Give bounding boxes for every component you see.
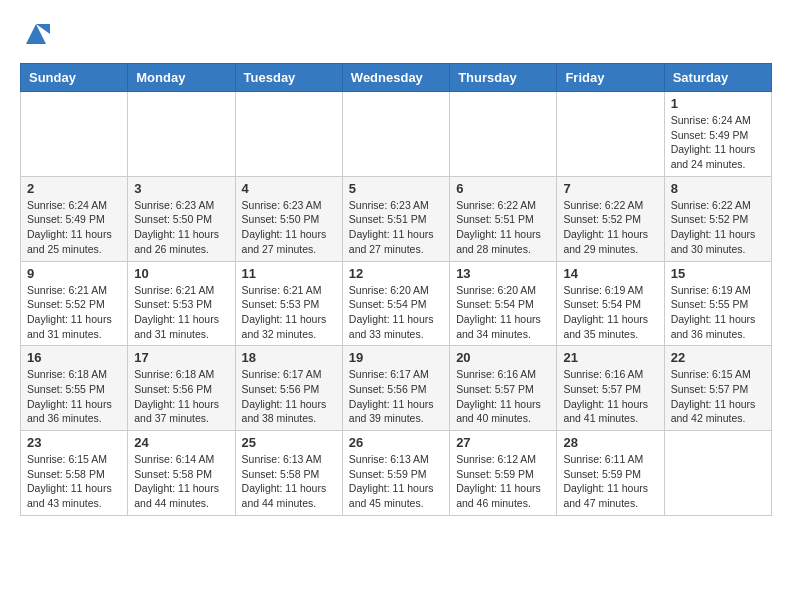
day-info: Sunrise: 6:18 AM Sunset: 5:56 PM Dayligh… <box>134 367 228 426</box>
calendar-week-row: 16Sunrise: 6:18 AM Sunset: 5:55 PM Dayli… <box>21 346 772 431</box>
calendar-cell: 17Sunrise: 6:18 AM Sunset: 5:56 PM Dayli… <box>128 346 235 431</box>
day-number: 13 <box>456 266 550 281</box>
calendar-cell: 24Sunrise: 6:14 AM Sunset: 5:58 PM Dayli… <box>128 431 235 516</box>
day-info: Sunrise: 6:21 AM Sunset: 5:53 PM Dayligh… <box>134 283 228 342</box>
calendar-cell: 3Sunrise: 6:23 AM Sunset: 5:50 PM Daylig… <box>128 176 235 261</box>
day-number: 2 <box>27 181 121 196</box>
calendar-cell: 20Sunrise: 6:16 AM Sunset: 5:57 PM Dayli… <box>450 346 557 431</box>
day-info: Sunrise: 6:16 AM Sunset: 5:57 PM Dayligh… <box>456 367 550 426</box>
weekday-header: Saturday <box>664 64 771 92</box>
calendar-cell: 5Sunrise: 6:23 AM Sunset: 5:51 PM Daylig… <box>342 176 449 261</box>
day-info: Sunrise: 6:15 AM Sunset: 5:57 PM Dayligh… <box>671 367 765 426</box>
day-info: Sunrise: 6:17 AM Sunset: 5:56 PM Dayligh… <box>242 367 336 426</box>
calendar-cell <box>664 431 771 516</box>
day-info: Sunrise: 6:20 AM Sunset: 5:54 PM Dayligh… <box>456 283 550 342</box>
day-number: 28 <box>563 435 657 450</box>
day-info: Sunrise: 6:21 AM Sunset: 5:53 PM Dayligh… <box>242 283 336 342</box>
day-number: 27 <box>456 435 550 450</box>
day-number: 12 <box>349 266 443 281</box>
calendar-cell <box>128 92 235 177</box>
calendar-cell: 11Sunrise: 6:21 AM Sunset: 5:53 PM Dayli… <box>235 261 342 346</box>
day-info: Sunrise: 6:22 AM Sunset: 5:52 PM Dayligh… <box>671 198 765 257</box>
day-number: 20 <box>456 350 550 365</box>
day-info: Sunrise: 6:23 AM Sunset: 5:50 PM Dayligh… <box>134 198 228 257</box>
calendar: SundayMondayTuesdayWednesdayThursdayFrid… <box>20 63 772 516</box>
day-number: 11 <box>242 266 336 281</box>
calendar-week-row: 9Sunrise: 6:21 AM Sunset: 5:52 PM Daylig… <box>21 261 772 346</box>
calendar-cell: 4Sunrise: 6:23 AM Sunset: 5:50 PM Daylig… <box>235 176 342 261</box>
calendar-cell: 7Sunrise: 6:22 AM Sunset: 5:52 PM Daylig… <box>557 176 664 261</box>
day-info: Sunrise: 6:14 AM Sunset: 5:58 PM Dayligh… <box>134 452 228 511</box>
day-info: Sunrise: 6:19 AM Sunset: 5:55 PM Dayligh… <box>671 283 765 342</box>
logo <box>20 20 50 53</box>
day-info: Sunrise: 6:15 AM Sunset: 5:58 PM Dayligh… <box>27 452 121 511</box>
day-info: Sunrise: 6:22 AM Sunset: 5:52 PM Dayligh… <box>563 198 657 257</box>
calendar-cell: 21Sunrise: 6:16 AM Sunset: 5:57 PM Dayli… <box>557 346 664 431</box>
day-number: 9 <box>27 266 121 281</box>
calendar-cell: 9Sunrise: 6:21 AM Sunset: 5:52 PM Daylig… <box>21 261 128 346</box>
calendar-cell: 23Sunrise: 6:15 AM Sunset: 5:58 PM Dayli… <box>21 431 128 516</box>
calendar-cell: 1Sunrise: 6:24 AM Sunset: 5:49 PM Daylig… <box>664 92 771 177</box>
weekday-header: Friday <box>557 64 664 92</box>
day-info: Sunrise: 6:16 AM Sunset: 5:57 PM Dayligh… <box>563 367 657 426</box>
day-number: 14 <box>563 266 657 281</box>
day-number: 15 <box>671 266 765 281</box>
calendar-cell <box>342 92 449 177</box>
calendar-cell: 26Sunrise: 6:13 AM Sunset: 5:59 PM Dayli… <box>342 431 449 516</box>
day-number: 26 <box>349 435 443 450</box>
weekday-header: Sunday <box>21 64 128 92</box>
day-number: 1 <box>671 96 765 111</box>
calendar-cell: 15Sunrise: 6:19 AM Sunset: 5:55 PM Dayli… <box>664 261 771 346</box>
calendar-cell: 12Sunrise: 6:20 AM Sunset: 5:54 PM Dayli… <box>342 261 449 346</box>
calendar-cell <box>235 92 342 177</box>
calendar-cell: 25Sunrise: 6:13 AM Sunset: 5:58 PM Dayli… <box>235 431 342 516</box>
weekday-header: Monday <box>128 64 235 92</box>
day-info: Sunrise: 6:19 AM Sunset: 5:54 PM Dayligh… <box>563 283 657 342</box>
day-info: Sunrise: 6:13 AM Sunset: 5:59 PM Dayligh… <box>349 452 443 511</box>
weekday-header: Tuesday <box>235 64 342 92</box>
day-number: 18 <box>242 350 336 365</box>
day-info: Sunrise: 6:23 AM Sunset: 5:51 PM Dayligh… <box>349 198 443 257</box>
calendar-week-row: 1Sunrise: 6:24 AM Sunset: 5:49 PM Daylig… <box>21 92 772 177</box>
day-number: 17 <box>134 350 228 365</box>
calendar-cell: 10Sunrise: 6:21 AM Sunset: 5:53 PM Dayli… <box>128 261 235 346</box>
day-info: Sunrise: 6:12 AM Sunset: 5:59 PM Dayligh… <box>456 452 550 511</box>
calendar-cell: 13Sunrise: 6:20 AM Sunset: 5:54 PM Dayli… <box>450 261 557 346</box>
day-number: 16 <box>27 350 121 365</box>
calendar-cell: 27Sunrise: 6:12 AM Sunset: 5:59 PM Dayli… <box>450 431 557 516</box>
day-info: Sunrise: 6:17 AM Sunset: 5:56 PM Dayligh… <box>349 367 443 426</box>
day-info: Sunrise: 6:20 AM Sunset: 5:54 PM Dayligh… <box>349 283 443 342</box>
day-number: 21 <box>563 350 657 365</box>
day-info: Sunrise: 6:23 AM Sunset: 5:50 PM Dayligh… <box>242 198 336 257</box>
day-number: 5 <box>349 181 443 196</box>
day-info: Sunrise: 6:24 AM Sunset: 5:49 PM Dayligh… <box>671 113 765 172</box>
day-number: 25 <box>242 435 336 450</box>
calendar-cell: 8Sunrise: 6:22 AM Sunset: 5:52 PM Daylig… <box>664 176 771 261</box>
calendar-cell: 28Sunrise: 6:11 AM Sunset: 5:59 PM Dayli… <box>557 431 664 516</box>
calendar-header-row: SundayMondayTuesdayWednesdayThursdayFrid… <box>21 64 772 92</box>
calendar-cell: 19Sunrise: 6:17 AM Sunset: 5:56 PM Dayli… <box>342 346 449 431</box>
day-info: Sunrise: 6:21 AM Sunset: 5:52 PM Dayligh… <box>27 283 121 342</box>
calendar-cell <box>557 92 664 177</box>
day-info: Sunrise: 6:18 AM Sunset: 5:55 PM Dayligh… <box>27 367 121 426</box>
day-number: 3 <box>134 181 228 196</box>
day-number: 22 <box>671 350 765 365</box>
calendar-cell: 16Sunrise: 6:18 AM Sunset: 5:55 PM Dayli… <box>21 346 128 431</box>
day-number: 6 <box>456 181 550 196</box>
calendar-cell: 6Sunrise: 6:22 AM Sunset: 5:51 PM Daylig… <box>450 176 557 261</box>
day-number: 19 <box>349 350 443 365</box>
day-info: Sunrise: 6:24 AM Sunset: 5:49 PM Dayligh… <box>27 198 121 257</box>
weekday-header: Thursday <box>450 64 557 92</box>
day-number: 7 <box>563 181 657 196</box>
weekday-header: Wednesday <box>342 64 449 92</box>
header <box>20 20 772 53</box>
calendar-cell: 22Sunrise: 6:15 AM Sunset: 5:57 PM Dayli… <box>664 346 771 431</box>
calendar-cell <box>450 92 557 177</box>
calendar-cell: 14Sunrise: 6:19 AM Sunset: 5:54 PM Dayli… <box>557 261 664 346</box>
day-info: Sunrise: 6:13 AM Sunset: 5:58 PM Dayligh… <box>242 452 336 511</box>
calendar-cell <box>21 92 128 177</box>
day-number: 8 <box>671 181 765 196</box>
day-info: Sunrise: 6:11 AM Sunset: 5:59 PM Dayligh… <box>563 452 657 511</box>
day-number: 24 <box>134 435 228 450</box>
day-number: 23 <box>27 435 121 450</box>
